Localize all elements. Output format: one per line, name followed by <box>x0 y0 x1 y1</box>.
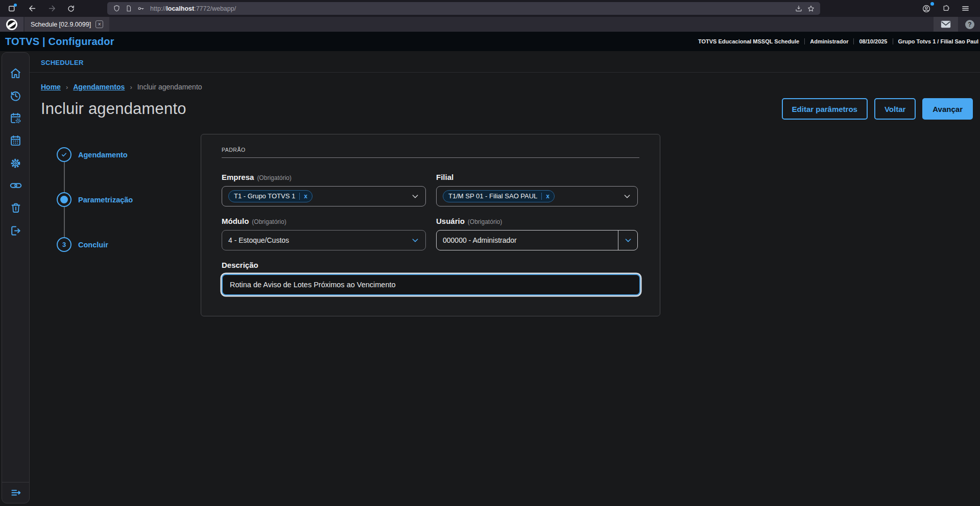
header-info: TOTVS Educacional MSSQL Schedule Adminis… <box>693 32 980 51</box>
module-label: SCHEDULER <box>41 59 84 66</box>
mail-icon[interactable] <box>934 17 958 32</box>
app-tab-title: Schedule [02.9.0099] <box>31 21 91 28</box>
expand-menu-icon[interactable] <box>2 482 29 503</box>
step-connector <box>64 162 65 192</box>
breadcrumb-current: Incluir agendamento <box>137 83 202 91</box>
empresa-required-hint: (Obrigatório) <box>257 174 291 181</box>
brand-title: TOTVS | Configurador <box>5 36 114 48</box>
step-active-dot-icon <box>57 192 71 207</box>
module-bar: SCHEDULER <box>30 51 980 73</box>
account-icon[interactable] <box>919 2 934 15</box>
breadcrumb-home[interactable]: Home <box>41 83 61 91</box>
edit-params-button[interactable]: Editar parâmetros <box>782 98 868 120</box>
step-done-check-icon <box>57 147 71 162</box>
tag-remove-icon[interactable]: x <box>299 193 307 200</box>
current-user-label: Administrador <box>804 38 853 44</box>
chevron-right-icon: › <box>130 83 132 91</box>
page-actions: Editar parâmetros Voltar Avançar <box>782 98 973 120</box>
reload-icon[interactable] <box>63 2 79 15</box>
step-number: 3 <box>57 237 71 252</box>
stepper: Agendamento Parametrização 3 Concluir <box>30 134 201 316</box>
modulo-required-hint: (Obrigatório) <box>252 218 286 225</box>
screen: http://localhost:7772/webapp/ <box>0 0 980 506</box>
extensions-icon[interactable] <box>938 2 953 15</box>
descricao-input[interactable] <box>222 274 640 295</box>
chevron-down-icon <box>411 236 419 244</box>
save-page-icon[interactable] <box>793 3 805 14</box>
trash-icon[interactable] <box>4 197 28 219</box>
usuario-label: Usuário(Obrigatório) <box>436 217 638 225</box>
back-icon[interactable] <box>25 2 40 15</box>
empresa-multiselect[interactable]: T1 - Grupo TOTVS 1 x <box>222 186 426 206</box>
forward-icon[interactable] <box>44 2 59 15</box>
shield-icon[interactable] <box>110 3 123 14</box>
filial-label: Filial <box>436 173 638 181</box>
history-icon[interactable] <box>4 84 28 107</box>
filial-multiselect[interactable]: T1/M SP 01 - Filial SAO PAUL x <box>436 186 638 206</box>
step-parametrizacao[interactable]: Parametrização <box>57 192 201 207</box>
link-icon[interactable] <box>4 174 28 197</box>
empresa-label: Empresa(Obrigatório) <box>222 173 426 181</box>
app-tab-schedule[interactable]: Schedule [02.9.0099] × <box>25 17 109 32</box>
group-divider <box>222 157 639 158</box>
chevron-down-icon[interactable] <box>618 231 637 250</box>
company-branch-label: Grupo Totvs 1 / Filial Sao Paul <box>893 38 980 44</box>
modulo-select[interactable]: 4 - Estoque/Custos <box>222 230 426 250</box>
current-date-label: 08/10/2025 <box>853 38 892 44</box>
key-icon[interactable] <box>135 3 147 14</box>
url-bar[interactable]: http://localhost:7772/webapp/ <box>107 2 820 15</box>
settings-gear-icon[interactable] <box>4 152 28 174</box>
tab-close-icon[interactable]: × <box>95 20 103 28</box>
help-icon[interactable]: ? <box>960 17 980 32</box>
chevron-right-icon: › <box>66 83 68 91</box>
step-concluir[interactable]: 3 Concluir <box>57 237 201 252</box>
back-button[interactable]: Voltar <box>874 98 916 120</box>
next-button[interactable]: Avançar <box>922 98 973 120</box>
environment-label: TOTVS Educacional MSSQL Schedule <box>693 38 804 44</box>
step-label: Agendamento <box>78 151 128 159</box>
url-text: http://localhost:7772/webapp/ <box>150 5 793 12</box>
schedule-config-icon[interactable] <box>4 107 28 129</box>
firefox-view-icon[interactable] <box>4 2 19 15</box>
empresa-tag: T1 - Grupo TOTVS 1 x <box>228 190 313 202</box>
descricao-label: Descrição <box>222 261 639 269</box>
totvs-logo-icon[interactable] <box>0 17 23 32</box>
logout-icon[interactable] <box>4 219 28 242</box>
group-label: PADRÃO <box>222 147 639 153</box>
usuario-value: 000000 - Administrador <box>437 231 618 250</box>
modulo-value: 4 - Estoque/Custos <box>228 236 289 244</box>
app-tab-strip: Schedule [02.9.0099] × ? <box>0 17 980 32</box>
chevron-down-icon <box>411 192 419 200</box>
chevron-down-icon <box>623 192 631 200</box>
app-header: TOTVS | Configurador TOTVS Educacional M… <box>0 32 980 51</box>
breadcrumb-agendamentos[interactable]: Agendamentos <box>73 83 125 91</box>
filial-tag: T1/M SP 01 - Filial SAO PAUL x <box>443 190 555 202</box>
menu-icon[interactable] <box>958 2 973 15</box>
sidebar <box>2 52 30 503</box>
bookmark-star-icon[interactable] <box>805 3 817 14</box>
calendar-icon[interactable] <box>4 129 28 152</box>
page-icon[interactable] <box>123 3 135 14</box>
modulo-label: Módulo(Obrigatório) <box>222 217 426 225</box>
usuario-combo[interactable]: 000000 - Administrador <box>436 230 638 250</box>
page-title: Incluir agendamento <box>41 100 186 118</box>
home-icon[interactable] <box>4 62 28 84</box>
step-label: Parametrização <box>78 196 133 204</box>
browser-toolbar: http://localhost:7772/webapp/ <box>0 0 980 17</box>
form-card: PADRÃO Empresa(Obrigatório) T1 - Grupo T… <box>201 134 660 316</box>
step-agendamento[interactable]: Agendamento <box>57 147 201 162</box>
step-label: Concluir <box>78 241 108 249</box>
main-content: SCHEDULER Home › Agendamentos › Incluir … <box>30 51 980 506</box>
step-connector <box>64 207 65 237</box>
usuario-required-hint: (Obrigatório) <box>468 218 502 225</box>
tag-remove-icon[interactable]: x <box>541 193 549 200</box>
breadcrumb: Home › Agendamentos › Incluir agendament… <box>30 73 980 91</box>
